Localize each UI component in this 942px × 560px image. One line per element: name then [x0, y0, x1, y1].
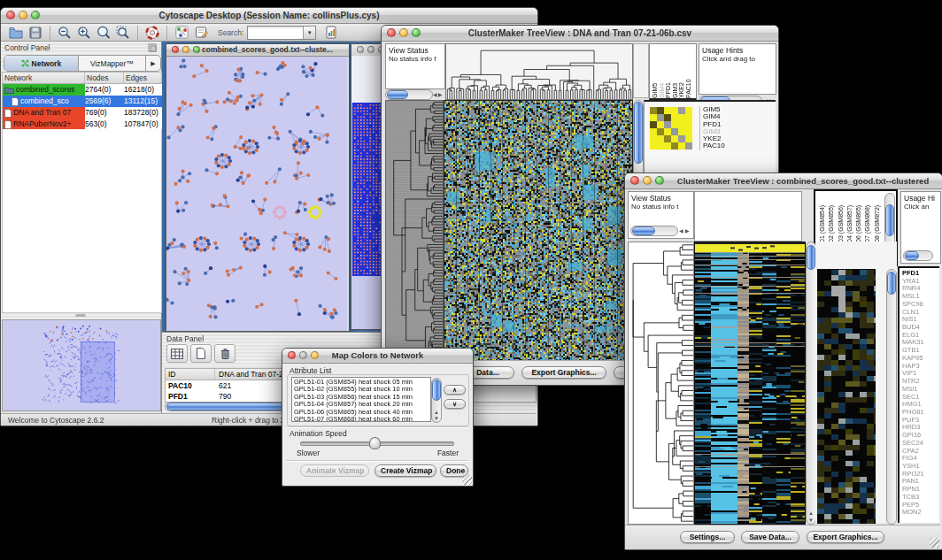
treeview2-title-bar[interactable]: ClusterMaker TreeView : combined_scores_… [625, 173, 942, 189]
summary-heatmap[interactable] [817, 269, 876, 524]
control-panel: Control Panel Network VizMapper™ ▶ [1, 42, 162, 413]
view-status-hscrollbar[interactable] [385, 89, 433, 100]
attribute-item[interactable]: GPL51-07 (GSM868) heat shock 60 min [294, 416, 430, 422]
usage-hints-hscrollbar[interactable] [903, 250, 933, 261]
column-dendrogram[interactable] [445, 43, 633, 100]
view-status-panel: View Status No status info t ◀ ▶ [628, 191, 694, 239]
resize-grip[interactable] [930, 538, 939, 548]
close-icon[interactable] [387, 28, 396, 37]
dialog-title-bar[interactable]: Map Colors to Network [282, 349, 473, 364]
save-session-button[interactable] [26, 24, 45, 41]
correlation-matrix[interactable] [650, 107, 692, 150]
attribute-list-vscrollbar[interactable]: ▲ ▼ [431, 378, 442, 423]
export-graphics-button[interactable]: Export Graphics... [807, 531, 884, 543]
window-controls [387, 28, 421, 37]
network-row[interactable]: DNA and Tran 07 769(0) 183728(0) [3, 107, 162, 119]
zoom-in-button[interactable] [74, 24, 94, 41]
row-dendrogram[interactable] [385, 100, 444, 364]
close-icon[interactable] [288, 351, 296, 359]
tab-vizmapper-label: VizMapper™ [90, 59, 134, 68]
minimize-icon[interactable] [182, 46, 189, 53]
minimize-icon[interactable] [367, 46, 374, 53]
summary-vscrollbar[interactable] [886, 269, 897, 525]
col-network: Network [3, 73, 85, 83]
birdseye-view[interactable] [2, 319, 161, 411]
tabs-overflow-button[interactable]: ▶ [146, 56, 160, 71]
network-row[interactable]: combined_scores 2764(0) 16218(0) [3, 84, 162, 96]
speed-slider-thumb[interactable] [369, 437, 381, 449]
zoom-window-icon[interactable] [31, 11, 40, 19]
minimize-icon[interactable] [19, 11, 27, 19]
settings-button[interactable]: Settings... [680, 531, 735, 543]
zoom-window-icon[interactable] [412, 28, 421, 37]
main-title-bar[interactable]: Cytoscape Desktop (Session Name: collins… [1, 8, 537, 24]
array-label[interactable]: PFD1 [665, 44, 672, 98]
control-panel-title: Control Panel [4, 43, 50, 52]
view-status-hscrollbar[interactable] [630, 226, 678, 236]
arrow-up-icon[interactable]: ▲ [434, 410, 439, 415]
minimize-icon[interactable] [399, 28, 408, 37]
zoom-out-button[interactable] [55, 24, 74, 41]
gene-label[interactable]: PAC10 [703, 142, 725, 150]
tab-network[interactable]: Network [4, 56, 79, 71]
node-appearance-button[interactable] [172, 24, 191, 41]
network-row-selected[interactable]: combined_sco 2569(6) 13112(15) [3, 96, 162, 107]
search-combo-arrow-icon[interactable]: ▼ [303, 27, 315, 39]
array-label[interactable]: PAC10 [685, 44, 692, 98]
folder-icon [9, 27, 24, 39]
create-vizmap-button[interactable]: Create Vizmap [374, 464, 436, 477]
arrow-down-icon[interactable]: ▼ [808, 518, 814, 523]
open-file-button[interactable] [6, 24, 26, 41]
attribute-list[interactable]: GPL51-01 (GSM854) heat shock 05 minGPL51… [291, 377, 431, 422]
zoom-fit-button[interactable] [94, 24, 113, 41]
save-data-button[interactable]: Save Data... [741, 531, 799, 543]
export-graphics-button[interactable]: Export Graphics... [521, 366, 606, 379]
array-label[interactable]: GIM5 [652, 44, 659, 98]
network-name: combined_sco [20, 96, 69, 107]
tab-vizmapper[interactable]: VizMapper™ [79, 56, 146, 71]
view-status-panel: View Status No status info f [385, 43, 445, 89]
heatmap-canvas[interactable] [694, 242, 806, 525]
close-icon[interactable] [357, 46, 364, 53]
arrow-right-icon[interactable]: ▶ [438, 92, 443, 97]
minimize-icon [299, 351, 307, 359]
annotation-button[interactable] [191, 24, 211, 41]
network-edges: 13112(15) [124, 96, 162, 107]
move-down-button[interactable]: ∨ [444, 399, 466, 409]
search-label: Search: [218, 28, 243, 37]
panel-resize-handle[interactable] [75, 314, 86, 317]
arrow-left-icon[interactable]: ◀ [679, 228, 683, 234]
close-icon[interactable] [172, 46, 179, 53]
minimize-icon[interactable] [643, 176, 652, 185]
close-icon[interactable] [6, 11, 15, 19]
search-input[interactable]: ▼ [247, 26, 316, 40]
arrow-down-icon[interactable]: ▼ [434, 416, 439, 421]
network-name: combined_scores [16, 84, 75, 96]
resize-grip[interactable] [462, 475, 472, 485]
zoom-window-icon[interactable] [655, 176, 664, 185]
delete-attribute-button[interactable] [214, 344, 236, 363]
heatmap-canvas[interactable] [444, 100, 633, 364]
network-view-title-bar[interactable]: combined_scores_good.txt--cluste... [166, 44, 349, 57]
arrow-up-icon[interactable]: ▲ [808, 510, 814, 516]
gene-label[interactable]: MON2 [902, 509, 939, 517]
network-canvas[interactable] [166, 57, 347, 331]
move-up-button[interactable]: ∧ [444, 385, 466, 395]
close-icon[interactable] [630, 176, 639, 185]
zoom-fit-icon [97, 26, 111, 40]
arrow-right-icon: ▶ [151, 60, 155, 67]
arrow-right-icon[interactable]: ▶ [685, 228, 690, 234]
help-button[interactable] [143, 24, 162, 41]
arrow-left-icon[interactable]: ◀ [433, 92, 437, 97]
attribute-browser-button[interactable] [321, 24, 341, 41]
zoom-window-icon[interactable] [193, 46, 200, 53]
zoom-selected-button[interactable] [113, 24, 133, 41]
treeview1-title-bar[interactable]: ClusterMaker TreeView : DNA and Tran 07-… [382, 26, 778, 42]
array-label[interactable]: YKE2 [678, 44, 685, 98]
select-attributes-button[interactable] [166, 344, 188, 363]
float-panel-icon[interactable] [148, 43, 157, 52]
col-nodes: Nodes [85, 73, 124, 83]
row-dendrogram[interactable] [628, 242, 694, 525]
zoom-window-icon[interactable] [311, 351, 319, 359]
create-attribute-button[interactable] [190, 344, 212, 363]
